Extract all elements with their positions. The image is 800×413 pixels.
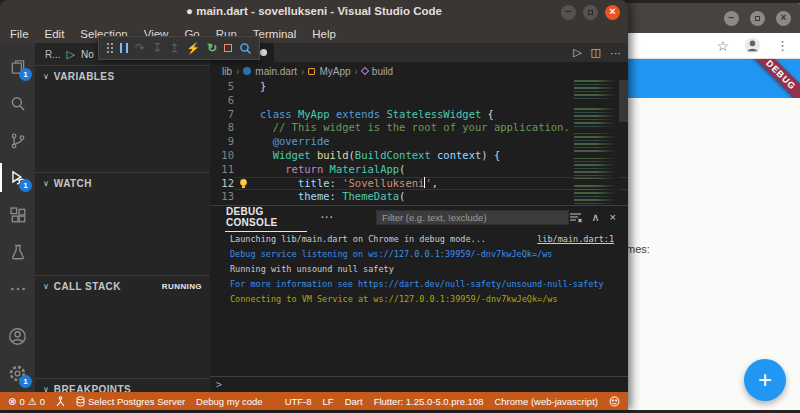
breadcrumb-separator-icon: ›	[236, 66, 239, 77]
code-line: 11 return MaterialApp(	[210, 163, 628, 177]
postgres-server-selector[interactable]: Select Postgres Server	[76, 396, 185, 407]
code-line: 6	[210, 94, 628, 108]
menu-item-edit[interactable]: Edit	[37, 28, 73, 40]
code-line: 10 Widget build(BuildContext context) {	[210, 149, 628, 163]
toolbar-grip-icon[interactable]	[107, 43, 109, 45]
chrome-browser-window: − × ☆ ⋮ DEBUG mes: +	[612, 3, 800, 410]
more-views-icon[interactable]	[0, 270, 35, 307]
console-output: Launching lib/main.dart on Chrome in deb…	[210, 228, 628, 307]
stop-icon[interactable]	[224, 44, 232, 52]
source-control-icon[interactable]	[0, 122, 35, 159]
close-button[interactable]: ×	[605, 5, 620, 20]
breadcrumb-item-main-dart[interactable]: main.dart	[255, 66, 297, 77]
breadcrumb-item-lib[interactable]: lib	[222, 66, 232, 77]
menu-item-file[interactable]: File	[2, 28, 37, 40]
debug-badge: 1	[19, 179, 32, 192]
flutter-version-indicator[interactable]: Flutter: 1.25.0-5.0.pre.108	[374, 396, 484, 407]
console-filter-input[interactable]	[376, 210, 568, 225]
breadcrumb-item-build[interactable]: build	[372, 66, 393, 77]
launch-config-dropdown[interactable]: No	[81, 49, 94, 60]
hot-reload-icon[interactable]: ⚡	[186, 43, 200, 54]
problems-indicator[interactable]: ⊗0 ⚠0	[8, 396, 45, 407]
explorer-icon[interactable]: 1	[0, 48, 35, 85]
encoding-indicator[interactable]: UTF-8	[285, 396, 312, 407]
page-text-fragment: mes:	[626, 243, 650, 255]
section-header[interactable]: ∨VARIABLES	[35, 66, 210, 86]
maximize-button[interactable]	[583, 5, 598, 20]
browser-maximize-button[interactable]	[750, 11, 765, 26]
split-editor-icon[interactable]: ◫	[591, 46, 601, 59]
code-line: 7class MyApp extends StatelessWidget {	[210, 108, 628, 122]
close-panel-icon[interactable]: ×	[610, 211, 616, 223]
flutter-debug-banner: DEBUG	[739, 59, 800, 98]
step-into-icon[interactable]: ↧	[152, 42, 162, 54]
sidebar-title: R...	[45, 49, 61, 60]
tab-debug-console[interactable]: DEBUG CONSOLE	[225, 203, 307, 232]
restart-icon[interactable]: ↻	[207, 42, 217, 54]
fork-icon[interactable]	[56, 396, 65, 407]
test-beaker-icon[interactable]	[0, 233, 35, 270]
debug-config-name[interactable]: Debug my code	[196, 396, 263, 407]
search-icon[interactable]	[0, 85, 35, 122]
start-debug-icon[interactable]: ▷	[67, 48, 75, 61]
debug-toolbar: ↷ ↧ ↥ ⚡ ↻	[98, 36, 260, 60]
maximize-panel-icon[interactable]: ∧	[592, 211, 600, 224]
feedback-smiley-icon[interactable]	[609, 396, 620, 407]
eol-indicator[interactable]: LF	[323, 396, 334, 407]
sidebar-section-breakpoints: ∨BREAKPOINTSAll Exceptions	[35, 378, 210, 392]
sidebar-section-call-stack: ∨CALL STACKRUNNING	[35, 275, 210, 378]
line-number: 5	[210, 80, 234, 94]
section-header[interactable]: ∨CALL STACKRUNNING	[35, 276, 210, 296]
editor-area: t ▷ ◫ ··· lib›main.dart›MyApp›build 5}67…	[210, 43, 628, 392]
browser-menu-icon[interactable]: ⋮	[776, 38, 789, 53]
profile-avatar-icon[interactable]	[744, 37, 761, 54]
console-line: Connecting to VM Service at ws://127.0.0…	[210, 292, 628, 307]
modified-dot-icon[interactable]	[260, 49, 267, 56]
console-line: Debug service listening on ws://127.0.0.…	[210, 247, 628, 262]
editor-more-icon[interactable]: ···	[610, 47, 621, 59]
breadcrumb: lib›main.dart›MyApp›build	[210, 62, 628, 80]
code-lines: 5}67class MyApp extends StatelessWidget …	[210, 80, 628, 205]
clear-console-icon[interactable]	[569, 212, 582, 223]
account-icon[interactable]	[0, 318, 35, 355]
line-number: 12	[210, 177, 234, 191]
pause-icon[interactable]	[120, 43, 128, 53]
fab-add-button[interactable]: +	[744, 359, 786, 401]
browser-close-button[interactable]: ×	[776, 11, 791, 26]
step-over-icon[interactable]: ↷	[135, 42, 145, 54]
flutter-appbar: DEBUG	[612, 59, 800, 98]
warning-icon: ⚠	[28, 396, 37, 407]
bookmark-star-icon[interactable]: ☆	[716, 38, 729, 54]
breadcrumb-item-myapp[interactable]: MyApp	[319, 66, 350, 77]
device-indicator[interactable]: Chrome (web-javascript)	[494, 396, 597, 407]
code-editor[interactable]: 5}67class MyApp extends StatelessWidget …	[210, 80, 628, 205]
browser-toolbar: ☆ ⋮	[612, 33, 800, 59]
minimize-button[interactable]: −	[561, 5, 576, 20]
console-input[interactable]: >	[210, 376, 628, 392]
method-symbol-icon	[361, 67, 369, 75]
settings-badge: 1	[19, 375, 32, 388]
console-source-link[interactable]: lib/main.dart:1	[537, 232, 614, 247]
line-number: 10	[210, 149, 234, 163]
run-file-icon[interactable]: ▷	[573, 46, 581, 59]
menu-item-help[interactable]: Help	[304, 28, 344, 40]
browser-minimize-button[interactable]: −	[724, 11, 739, 26]
section-header[interactable]: ∨WATCH	[35, 173, 210, 193]
minimap[interactable]	[574, 80, 618, 205]
code-line: 12 title: 'Sovellukseni',	[210, 177, 628, 191]
section-label: VARIABLES	[54, 71, 115, 82]
extensions-icon[interactable]	[0, 196, 35, 233]
section-header[interactable]: ∨BREAKPOINTS	[35, 379, 210, 392]
settings-gear-icon[interactable]: 1	[0, 355, 35, 392]
chevron-down-icon: ∨	[43, 72, 49, 81]
run-and-debug-icon[interactable]: 1	[0, 159, 35, 196]
step-out-icon[interactable]: ↥	[169, 42, 179, 54]
panel-more-icon[interactable]: ···	[321, 212, 334, 223]
sidebar-section-variables: ∨VARIABLES	[35, 65, 210, 172]
chevron-down-icon: ∨	[43, 179, 49, 188]
language-indicator[interactable]: Dart	[345, 396, 363, 407]
line-number: 6	[210, 94, 234, 108]
editor-scrollbar[interactable]	[619, 80, 628, 122]
lightbulb-icon[interactable]	[234, 178, 252, 189]
widget-inspector-icon[interactable]	[239, 42, 252, 55]
